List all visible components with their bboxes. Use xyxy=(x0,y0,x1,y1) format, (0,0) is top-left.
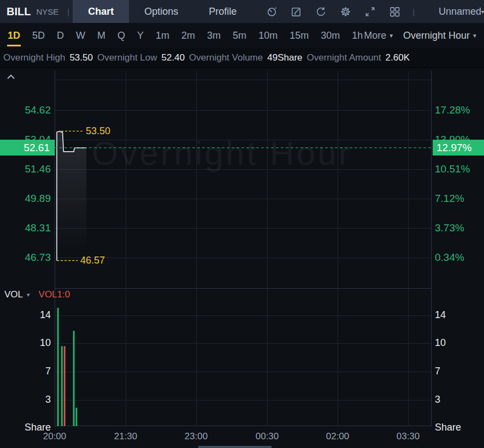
vol-dropdown[interactable]: VOL xyxy=(4,289,23,300)
chevron-down-icon: ▼ xyxy=(388,33,394,39)
timeframe-5m[interactable]: 5m xyxy=(233,30,246,41)
session-low-annotation: 46.57 xyxy=(80,255,105,266)
volume-axis-label: 10 xyxy=(435,337,446,349)
tab-chart[interactable]: Chart xyxy=(73,0,129,23)
gauge-icon[interactable] xyxy=(266,6,278,17)
symbol-name: BILL xyxy=(7,5,31,18)
time-axis-label: 03:30 xyxy=(386,431,430,443)
percent-axis-label: 10.51% xyxy=(435,163,470,175)
top-bar: BILL NYSE | Chart Options Profile xyxy=(0,0,484,23)
time-axis-label: 20:00 xyxy=(33,431,76,443)
volume-chart[interactable] xyxy=(55,288,432,426)
current-percent-badge: 12.97% xyxy=(433,140,484,156)
trading-app: BILL NYSE | Chart Options Profile xyxy=(0,0,484,448)
stat-overnight-low: Overnight Low 52.40 xyxy=(97,52,185,63)
fullscreen-icon[interactable] xyxy=(364,6,376,17)
session-high-annotation: 53.50 xyxy=(86,126,110,136)
timeframe-3m[interactable]: 3m xyxy=(207,30,221,41)
price-gridlines xyxy=(55,71,432,288)
time-axis-label: 02:00 xyxy=(316,431,359,443)
tab-profile[interactable]: Profile xyxy=(193,0,252,23)
volume-indicator-header: VOL ▾ VOL1:0 xyxy=(4,289,70,300)
price-axis-label: 51.46 xyxy=(0,163,51,175)
session-watermark: Overnight Hour xyxy=(92,134,398,172)
volume-axis-label: 14 xyxy=(0,309,51,321)
time-axis-label: 23:00 xyxy=(174,431,218,443)
time-axis-label: 00:30 xyxy=(245,431,289,443)
draw-icon[interactable] xyxy=(291,6,302,17)
percent-axis-label: 3.73% xyxy=(435,222,464,234)
volume-axis-label: 14 xyxy=(435,309,446,321)
volume-axis-label: 7 xyxy=(435,365,440,377)
timeframe-5d[interactable]: 5D xyxy=(32,30,45,41)
timeframe-d[interactable]: D xyxy=(57,30,64,41)
price-axis-label: 46.73 xyxy=(0,252,51,264)
refresh-icon[interactable] xyxy=(315,6,327,17)
timeframe-bar: 1D 5D D W M Q Y 1m 2m 3m 5m 10m 15m 30m … xyxy=(0,23,484,48)
volume-axis-label: 3 xyxy=(435,393,440,405)
workspace-name: Unnamed xyxy=(439,6,481,17)
timeframe-more[interactable]: More▼ xyxy=(364,30,394,41)
toolbar-icons xyxy=(266,6,400,17)
volume-axis-label: 3 xyxy=(0,393,51,405)
volume-pane-borders xyxy=(55,288,432,426)
divider: | xyxy=(67,7,69,16)
timeframe-1m[interactable]: 1m xyxy=(156,30,169,41)
timeframe-1d[interactable]: 1D xyxy=(8,30,20,41)
session-selector[interactable]: Overnight Hour▼ xyxy=(403,30,477,41)
volume-axis-label: 10 xyxy=(0,337,51,349)
volume-axis-label: 7 xyxy=(0,365,51,377)
stat-overnight-amount: Overnight Amount 2.60K xyxy=(307,52,410,63)
tab-options[interactable]: Options xyxy=(129,0,193,23)
divider: | xyxy=(412,7,415,16)
vol-indicator-value[interactable]: VOL1:0 xyxy=(39,289,70,300)
volume-bars xyxy=(57,308,78,426)
exchange-name: NYSE xyxy=(36,7,58,16)
overnight-stats-bar: Overnight High 53.50 Overnight Low 52.40… xyxy=(0,48,484,68)
percent-axis-label: 0.34% xyxy=(435,252,464,264)
chevron-down-icon: ▼ xyxy=(472,33,477,39)
price-chart[interactable] xyxy=(55,71,432,288)
timeframe-15m[interactable]: 15m xyxy=(290,30,309,41)
timeframe-m[interactable]: M xyxy=(97,30,105,41)
settings-icon[interactable] xyxy=(340,6,351,17)
volume-unit-label: Share xyxy=(435,421,461,433)
timeframe-w[interactable]: W xyxy=(76,30,85,41)
layout-grid-icon[interactable] xyxy=(389,6,400,17)
workspace-selector[interactable]: Unnamed▾ xyxy=(439,6,484,17)
chevron-down-icon[interactable]: ▾ xyxy=(27,291,30,298)
timeframe-1h[interactable]: 1h xyxy=(352,30,363,41)
timeframe-10m[interactable]: 10m xyxy=(258,30,278,41)
price-axis-label: 49.89 xyxy=(0,193,51,205)
timeframe-y[interactable]: Y xyxy=(137,30,144,41)
price-axis-label: 48.31 xyxy=(0,222,51,234)
timeframe-30m[interactable]: 30m xyxy=(321,30,340,41)
collapse-pane-icon[interactable] xyxy=(7,72,15,82)
timeframe-q[interactable]: Q xyxy=(117,30,125,41)
current-price-badge: 52.61 xyxy=(0,140,55,156)
stat-overnight-volume: Overnight Volume 49Share xyxy=(189,52,302,63)
volume-gridlines xyxy=(55,288,432,426)
price-axis-label: 54.62 xyxy=(0,104,51,116)
percent-axis-label: 7.12% xyxy=(435,193,464,205)
time-axis-label: 21:30 xyxy=(104,431,147,443)
percent-axis-label: 17.28% xyxy=(435,104,470,116)
stat-overnight-high: Overnight High 53.50 xyxy=(3,52,93,63)
horizontal-scrollbar-thumb[interactable] xyxy=(198,446,271,448)
price-pane-borders xyxy=(55,71,432,288)
timeframe-2m[interactable]: 2m xyxy=(181,30,195,41)
chevron-down-icon: ▾ xyxy=(481,9,484,15)
